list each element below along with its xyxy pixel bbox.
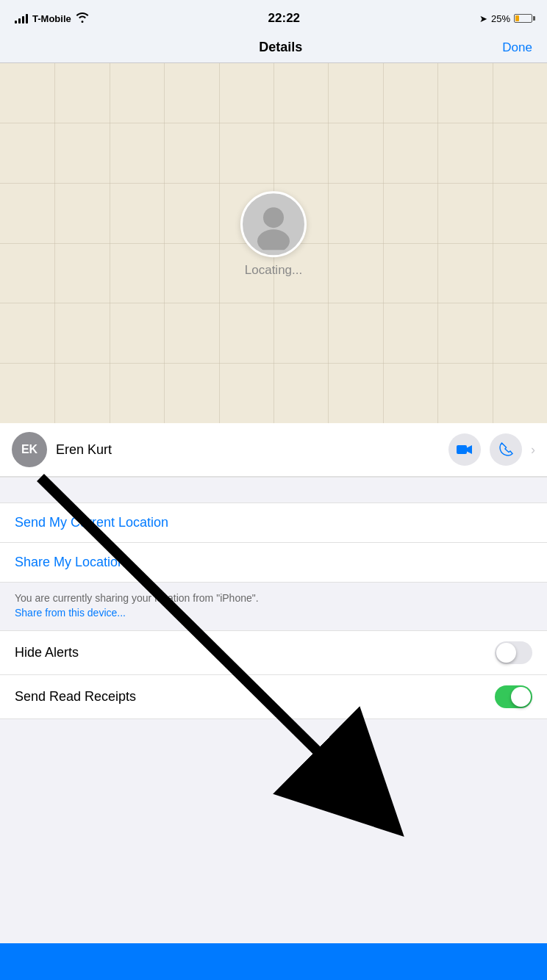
send-read-receipts-row: Send Read Receipts	[0, 675, 547, 719]
battery-fill	[515, 15, 519, 21]
svg-rect-2	[457, 445, 467, 454]
status-right: ➤ 25%	[479, 13, 532, 24]
avatar-silhouette	[243, 193, 304, 255]
bottom-bar	[0, 943, 547, 980]
send-read-receipts-label: Send Read Receipts	[15, 689, 136, 705]
send-read-receipts-toggle-thumb	[511, 687, 531, 707]
section-separator	[0, 477, 547, 503]
battery-icon	[514, 14, 532, 23]
toggle-section: Hide Alerts Send Read Receipts	[0, 631, 547, 719]
wifi-icon	[76, 12, 89, 25]
share-location-label: Share My Location	[15, 555, 125, 570]
map-grid-v6	[328, 63, 329, 423]
map-grid-v8	[437, 63, 438, 423]
info-text: You are currently sharing your location …	[15, 591, 532, 620]
contact-initials: EK	[21, 443, 37, 456]
contact-avatar-map	[240, 191, 307, 257]
map-grid-v2	[110, 63, 110, 423]
map-grid-v7	[383, 63, 384, 423]
carrier-name: T-Mobile	[32, 13, 71, 24]
svg-point-0	[263, 207, 284, 228]
chevron-right-icon: ›	[531, 442, 535, 458]
done-button[interactable]: Done	[502, 40, 532, 55]
phone-call-button[interactable]	[490, 433, 522, 466]
video-call-button[interactable]	[448, 433, 481, 466]
contact-row: EK Eren Kurt ›	[0, 423, 547, 477]
hide-alerts-toggle-thumb	[496, 643, 516, 663]
locating-container: Locating...	[240, 191, 307, 278]
signal-bar-3	[22, 16, 24, 24]
status-bar: T-Mobile 22:22 ➤ 25%	[0, 0, 547, 32]
signal-bars	[15, 13, 28, 24]
send-current-location-row[interactable]: Send My Current Location	[0, 503, 547, 543]
map-area: Locating...	[0, 63, 547, 423]
battery-container	[514, 14, 532, 23]
hide-alerts-toggle[interactable]	[495, 641, 532, 664]
status-left: T-Mobile	[15, 12, 89, 25]
nav-title: Details	[259, 40, 302, 55]
send-read-receipts-toggle[interactable]	[495, 685, 532, 708]
signal-bar-2	[18, 18, 21, 24]
list-section: Send My Current Location Share My Locati…	[0, 503, 547, 583]
contact-actions: ›	[448, 433, 535, 466]
share-from-device-link[interactable]: Share from this device...	[15, 607, 126, 619]
nav-bar: Details Done	[0, 32, 547, 63]
signal-bar-4	[26, 14, 28, 24]
map-grid-v4	[219, 63, 220, 423]
contact-name: Eren Kurt	[56, 442, 448, 458]
signal-bar-1	[15, 21, 17, 24]
svg-point-1	[257, 229, 290, 250]
info-main-text: You are currently sharing your location …	[15, 592, 259, 604]
map-grid-v3	[164, 63, 165, 423]
hide-alerts-row: Hide Alerts	[0, 631, 547, 675]
info-section: You are currently sharing your location …	[0, 583, 547, 631]
battery-percentage: 25%	[491, 13, 510, 24]
map-grid-v1	[54, 63, 55, 423]
locating-text: Locating...	[245, 263, 302, 278]
hide-alerts-label: Hide Alerts	[15, 645, 79, 660]
contact-avatar: EK	[12, 432, 47, 467]
share-location-row[interactable]: Share My Location	[0, 543, 547, 583]
status-time: 22:22	[268, 11, 300, 26]
send-current-location-label: Send My Current Location	[15, 515, 168, 530]
map-grid-v9	[493, 63, 493, 423]
location-arrow-icon: ➤	[479, 13, 487, 24]
